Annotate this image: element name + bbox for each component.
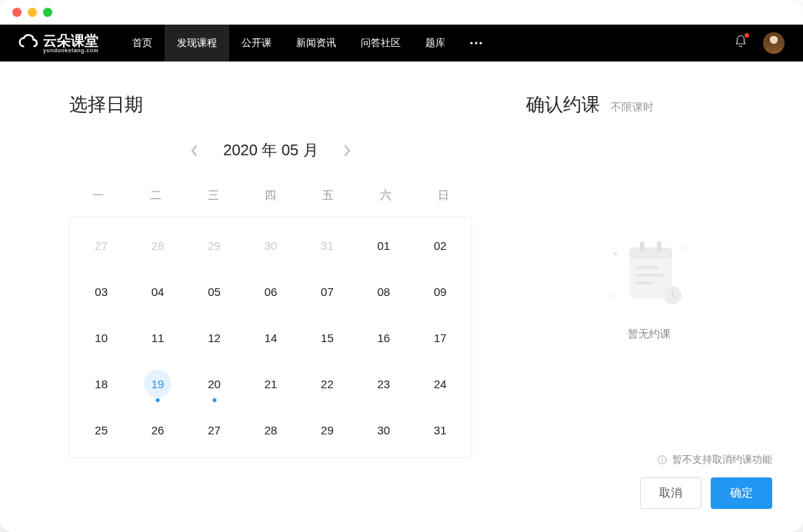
calendar-weekday: 一 [69,181,127,217]
window-close-icon[interactable] [12,8,22,17]
app-window: 云朵课堂 yunduoketang.com 首页发现课程公开课新闻资讯问答社区题… [0,0,803,532]
calendar-row: 10111214151617 [73,314,468,361]
calendar-day-number: 07 [313,278,341,305]
svg-point-5 [611,294,616,299]
calendar-day-number: 09 [426,278,454,305]
calendar-weekday: 四 [242,181,300,217]
calendar-day-number: 21 [257,370,285,397]
calendar-day[interactable]: 10 [73,314,129,361]
action-buttons: 取消 确定 [526,477,772,509]
calendar-day[interactable]: 05 [186,268,242,314]
calendar-day[interactable]: 02 [412,222,468,268]
calendar-body: 2728293031010203040506070809101112141516… [69,217,472,458]
calendar-day[interactable]: 19 [129,361,185,407]
notice-text: 暂不支持取消约课功能 [672,453,772,467]
confirm-subtitle: 不限课时 [611,101,654,115]
nav-item[interactable]: 公开课 [229,25,284,62]
next-month-button[interactable] [340,143,355,158]
calendar-day[interactable]: 27 [186,407,242,453]
calendar-day[interactable]: 11 [129,314,185,361]
calendar-header: 2020 年 05 月 [69,140,472,161]
cancel-button[interactable]: 取消 [640,477,701,509]
calendar-day[interactable]: 12 [186,314,242,361]
calendar-day[interactable]: 01 [355,222,411,268]
calendar-day[interactable]: 14 [242,314,298,361]
calendar-day[interactable]: 31 [412,407,468,453]
calendar-day[interactable]: 23 [355,361,411,407]
notifications-button[interactable] [734,35,748,52]
user-avatar[interactable] [763,32,785,54]
nav-more-button[interactable] [458,42,495,45]
nav-item[interactable]: 题库 [413,25,458,62]
calendar-day[interactable]: 21 [242,361,298,407]
calendar-day-number: 30 [257,231,285,259]
calendar-day: 28 [129,222,185,268]
calendar-day: 30 [242,222,298,268]
calendar-day[interactable]: 09 [412,268,468,314]
calendar-day[interactable]: 24 [412,361,468,407]
calendar-day-number: 12 [201,324,228,351]
calendar-weekday: 六 [357,181,415,217]
nav-items: 首页发现课程公开课新闻资讯问答社区题库 [120,25,458,62]
date-picker-panel: 选择日期 2020 年 05 月 一二三四五六日 272829303101020… [0,62,518,532]
calendar-day[interactable]: 20 [186,361,242,407]
brand-domain: yunduoketang.com [43,48,98,53]
info-icon [657,454,668,465]
confirm-title: 确认约课 [526,92,600,117]
brand-name: 云朵课堂 [43,34,98,48]
calendar-day[interactable]: 16 [355,314,411,361]
calendar-day-number: 15 [313,324,341,351]
calendar-day[interactable]: 03 [73,268,129,314]
calendar-day[interactable]: 18 [73,361,129,407]
calendar-day[interactable]: 28 [242,407,298,453]
calendar-day: 31 [299,222,355,268]
brand-logo[interactable]: 云朵课堂 yunduoketang.com [18,33,98,53]
calendar-day-number: 23 [370,370,398,397]
confirm-header: 确认约课 不限课时 [526,92,772,117]
calendar-day[interactable]: 06 [242,268,298,314]
calendar-day[interactable]: 08 [355,268,411,314]
date-picker-title: 选择日期 [69,92,472,117]
window-zoom-icon[interactable] [43,8,52,17]
calendar-day-number: 03 [88,278,115,305]
calendar-day[interactable]: 04 [129,268,185,314]
cloud-logo-icon [18,33,38,53]
calendar-day: 29 [186,222,242,268]
calendar-weekdays-row: 一二三四五六日 [69,181,472,217]
calendar-day-number: 30 [370,416,398,444]
nav-item[interactable]: 问答社区 [348,25,413,62]
event-dot-icon [156,398,160,402]
calendar-day-number: 01 [370,231,398,259]
svg-rect-7 [629,248,672,258]
calendar-day-number: 29 [201,231,228,259]
empty-state-text: 暂无约课 [628,328,671,341]
calendar-day-number: 11 [144,324,172,351]
calendar-day-number: 24 [426,370,454,397]
calendar-day-number: 06 [257,278,285,305]
confirm-button[interactable]: 确定 [711,477,772,509]
calendar-day-number: 18 [88,370,115,397]
chevron-left-icon [190,145,198,157]
calendar-day[interactable]: 15 [299,314,355,361]
event-dot-icon [212,398,216,402]
nav-item[interactable]: 首页 [120,25,165,62]
calendar-day[interactable]: 25 [73,407,129,453]
calendar-day[interactable]: 26 [129,407,185,453]
calendar-day[interactable]: 17 [412,314,468,361]
more-icon [470,42,482,45]
prev-month-button[interactable] [186,143,202,158]
calendar-day[interactable]: 07 [299,268,355,314]
main-content: 选择日期 2020 年 05 月 一二三四五六日 272829303101020… [0,62,803,532]
calendar-day[interactable]: 30 [355,407,411,453]
nav-item[interactable]: 新闻资讯 [284,25,348,62]
calendar-row: 18192021222324 [73,361,468,407]
calendar-weekday: 三 [185,181,242,217]
window-minimize-icon[interactable] [28,8,37,17]
nav-item[interactable]: 发现课程 [165,25,229,62]
calendar-day-number: 02 [426,231,454,259]
calendar-row: 27282930310102 [73,222,468,268]
brand-text: 云朵课堂 yunduoketang.com [43,34,98,53]
calendar-day[interactable]: 22 [299,361,355,407]
calendar-day[interactable]: 29 [299,407,355,453]
calendar-row: 03040506070809 [73,268,468,314]
